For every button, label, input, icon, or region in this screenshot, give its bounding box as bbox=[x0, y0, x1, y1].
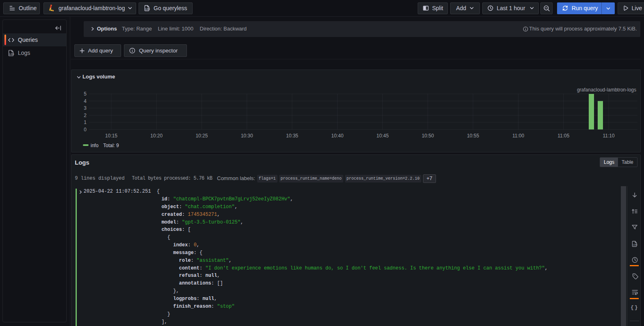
svg-text:LOG: LOG bbox=[633, 243, 637, 246]
svg-text:LOG: LOG bbox=[9, 53, 14, 55]
svg-text:LOG: LOG bbox=[145, 8, 150, 10]
